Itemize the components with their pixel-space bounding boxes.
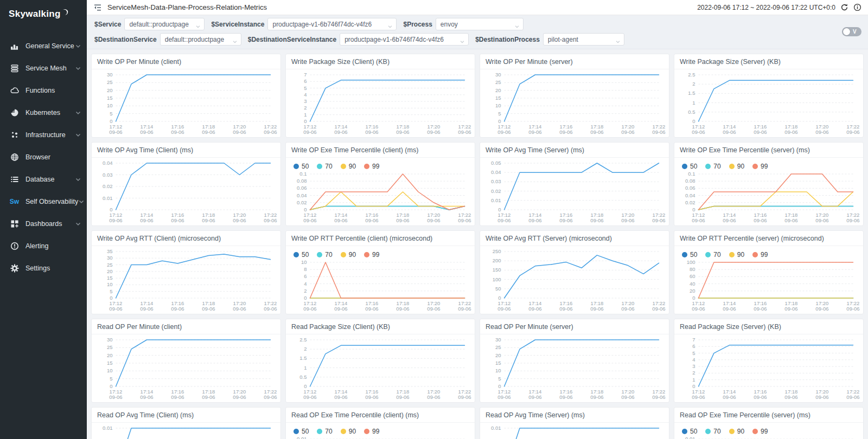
sidebar-item-dashboards[interactable]: Dashboards xyxy=(0,212,87,235)
legend-item-p70[interactable]: 70 xyxy=(317,251,332,259)
destination-process-select[interactable]: pilot-agent xyxy=(543,33,624,46)
chart-title: Read Package Size (Server) (KB) xyxy=(674,319,863,334)
legend-item-p90[interactable]: 90 xyxy=(729,251,744,259)
legend-dot-icon xyxy=(341,164,346,169)
legend-label: 70 xyxy=(713,251,720,259)
sidebar-item-service-mesh[interactable]: Service Mesh xyxy=(0,57,87,79)
process-select[interactable]: envoy xyxy=(436,18,524,30)
svg-text:09-06: 09-06 xyxy=(365,217,378,223)
legend-item-p99[interactable]: 99 xyxy=(752,428,768,435)
legend-item-p70[interactable]: 70 xyxy=(705,251,720,259)
filter-field-process: $Processenvoy xyxy=(403,18,523,30)
destination-service-select[interactable]: default::productpage xyxy=(160,33,241,46)
legend-item-p90[interactable]: 90 xyxy=(341,251,356,259)
legend-item-p99[interactable]: 99 xyxy=(752,163,768,170)
sidebar-item-settings[interactable]: Settings xyxy=(0,257,87,279)
svg-text:09-06: 09-06 xyxy=(334,394,347,400)
legend-item-p99[interactable]: 99 xyxy=(752,251,768,259)
skywalking-logo[interactable]: Skywalking xyxy=(0,0,87,27)
legend-item-p70[interactable]: 70 xyxy=(317,428,332,435)
chart-card-write-op-avg-time-client-ms: Write OP Avg Time (Client) (ms)00.010.02… xyxy=(91,142,281,226)
sidebar-item-kubernetes[interactable]: Kubernetes xyxy=(0,101,87,124)
svg-text:09-06: 09-06 xyxy=(109,306,122,312)
sidebar-item-functions[interactable]: Functions xyxy=(0,79,87,101)
chart-title: Write OP Avg Time (Client) (ms) xyxy=(92,143,280,158)
logo-text: Skywalking xyxy=(9,9,61,20)
sidebar-item-database[interactable]: Database xyxy=(0,168,87,190)
svg-text:09-06: 09-06 xyxy=(365,394,378,400)
svg-text:60: 60 xyxy=(690,273,695,279)
svg-text:0.04: 0.04 xyxy=(491,169,501,175)
legend-item-p90[interactable]: 90 xyxy=(729,163,744,170)
legend-item-p70[interactable]: 70 xyxy=(705,428,720,435)
svg-text:09-06: 09-06 xyxy=(723,306,736,312)
view-mode-toggle[interactable]: V xyxy=(842,27,861,36)
collapse-menu-icon[interactable] xyxy=(93,3,102,12)
filter-field-destination-service-instance: $DestinationServiceInstanceproductpage-v… xyxy=(248,33,469,46)
sidebar-item-label: Infrastructure xyxy=(25,131,75,139)
svg-text:25: 25 xyxy=(495,79,501,85)
legend-item-p99[interactable]: 99 xyxy=(364,428,379,435)
filter-label-service: $Service xyxy=(94,21,121,28)
app-root: Skywalking General ServiceService MeshFu… xyxy=(0,0,868,439)
cloud-icon xyxy=(10,86,19,95)
refresh-icon[interactable] xyxy=(840,3,848,11)
legend-item-p50[interactable]: 50 xyxy=(682,428,697,435)
legend-label: 50 xyxy=(302,163,309,170)
svg-text:100: 100 xyxy=(687,259,695,265)
destination-service-instance-select[interactable]: productpage-v1-6b746f74dc-v4fz6 xyxy=(340,33,469,46)
svg-text:30: 30 xyxy=(107,72,113,78)
svg-text:1: 1 xyxy=(304,112,307,118)
legend-item-p90[interactable]: 90 xyxy=(341,163,356,170)
svg-text:09-06: 09-06 xyxy=(396,306,409,312)
filter-row-1: $Servicedefault::productpage$ServiceInst… xyxy=(94,18,833,30)
svg-text:7: 7 xyxy=(304,72,307,78)
svg-text:09-06: 09-06 xyxy=(652,394,665,400)
sidebar-item-label: Functions xyxy=(25,87,81,94)
legend-item-p50[interactable]: 50 xyxy=(293,163,309,170)
chart-plot: 00.020.040.060.080.117:1209-0617:1409-06… xyxy=(674,171,863,225)
svg-text:15: 15 xyxy=(107,360,113,366)
svg-text:09-06: 09-06 xyxy=(140,217,153,223)
svg-text:09-06: 09-06 xyxy=(590,217,603,223)
legend-item-p70[interactable]: 70 xyxy=(705,163,720,170)
legend-item-p50[interactable]: 50 xyxy=(293,251,309,259)
chart-title: Write OP Per Minute (server) xyxy=(480,54,669,69)
chart-card-write-op-rtt-percentile-client-microsecond: Write OP RTT Percentile (client) (micros… xyxy=(285,230,475,314)
svg-text:09-06: 09-06 xyxy=(652,129,665,135)
svg-text:2: 2 xyxy=(304,346,307,352)
sidebar-item-infrastructure[interactable]: Infrastructure xyxy=(0,124,87,146)
svg-text:3: 3 xyxy=(304,98,307,104)
svg-text:20: 20 xyxy=(495,87,501,93)
globe-icon xyxy=(10,152,19,162)
sidebar-item-self-observability[interactable]: SwSelf Observability xyxy=(0,190,87,212)
legend-item-p50[interactable]: 50 xyxy=(293,428,309,435)
service-select[interactable]: default::productpage xyxy=(124,18,205,30)
time-range-picker[interactable]: 2022-09-06 17:12 ~ 2022-09-06 17:22 UTC+… xyxy=(697,4,835,11)
sidebar-item-browser[interactable]: Browser xyxy=(0,146,87,168)
chart-plot: 00.511.522.517:1209-0617:1409-0617:1609-… xyxy=(286,334,475,402)
svg-text:09-06: 09-06 xyxy=(303,306,316,312)
svg-text:20: 20 xyxy=(107,352,113,358)
sidebar-item-label: Alerting xyxy=(25,242,81,250)
legend-item-p99[interactable]: 99 xyxy=(364,251,379,259)
legend-item-p70[interactable]: 70 xyxy=(317,163,332,170)
legend-dot-icon xyxy=(293,252,299,257)
sidebar-item-alerting[interactable]: Alerting xyxy=(0,235,87,257)
toggle-knob xyxy=(843,28,850,35)
legend-item-p50[interactable]: 50 xyxy=(682,251,697,259)
legend-item-p50[interactable]: 50 xyxy=(682,163,697,170)
svg-text:09-06: 09-06 xyxy=(264,394,277,400)
sidebar-item-general-service[interactable]: General Service xyxy=(0,35,87,57)
legend-item-p90[interactable]: 90 xyxy=(729,428,744,435)
filter-field-destination-process: $DestinationProcesspilot-agent xyxy=(475,33,624,46)
chart-card-read-package-size-server-kb: Read Package Size (Server) (KB)012345671… xyxy=(674,319,864,403)
svg-text:09-06: 09-06 xyxy=(109,129,122,135)
service-instance-select[interactable]: productpage-v1-6b746f74dc-v4fz6 xyxy=(267,18,397,30)
legend-item-p90[interactable]: 90 xyxy=(341,428,356,435)
svg-text:09-06: 09-06 xyxy=(723,217,736,223)
svg-text:09-06: 09-06 xyxy=(140,129,153,135)
legend-item-p99[interactable]: 99 xyxy=(364,163,379,170)
chart-plot: 05010015020025017:1209-0617:1409-0617:16… xyxy=(480,246,669,313)
info-icon[interactable] xyxy=(853,3,861,11)
